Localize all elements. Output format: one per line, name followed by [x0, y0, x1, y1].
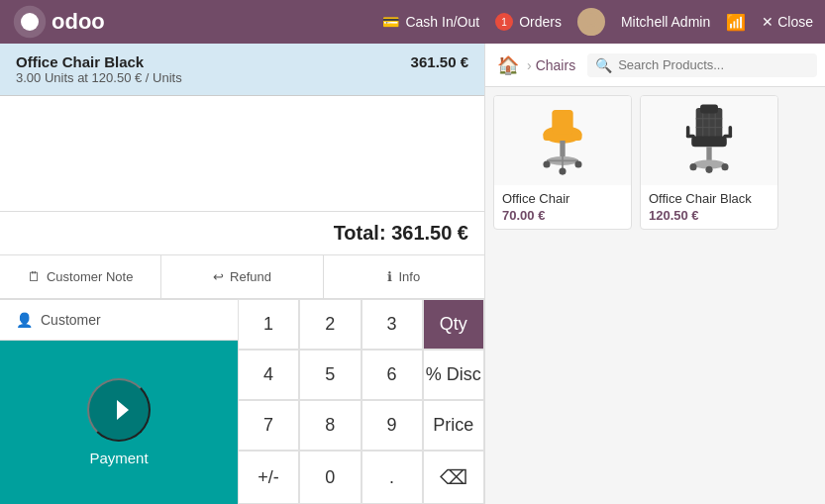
svg-point-3 [581, 26, 601, 36]
svg-rect-25 [729, 126, 733, 138]
logo-text: odoo [52, 9, 105, 35]
search-input[interactable] [618, 57, 809, 72]
svg-point-13 [574, 160, 581, 167]
product-info-office-chair-black: Office Chair Black120.50 € [641, 185, 777, 229]
order-lines: Office Chair Black 361.50 € 3.00 Units a… [0, 44, 484, 211]
numpad-key-0[interactable]: 0 [299, 451, 361, 504]
svg-rect-7 [552, 110, 572, 135]
left-panel: Office Chair Black 361.50 € 3.00 Units a… [0, 44, 485, 504]
topbar: odoo 💳 Cash In/Out 1 Orders Mitchell Adm… [0, 0, 825, 44]
numpad-key-Qty[interactable]: Qty [423, 299, 484, 350]
orders-badge: 1 [495, 13, 513, 31]
product-price-office-chair: 70.00 € [502, 208, 623, 223]
numpad-key-6[interactable]: 6 [361, 350, 423, 400]
numpad-key-_[interactable]: ⌫ [423, 451, 484, 504]
action-buttons: 🗒 Customer Note ↩ Refund ℹ Info [0, 254, 484, 299]
product-price-office-chair-black: 120.50 € [649, 208, 770, 223]
product-name-office-chair-black: Office Chair Black [649, 191, 770, 206]
left-numpad-col: 👤 Customer Payment [0, 299, 238, 504]
svg-point-12 [543, 160, 550, 167]
close-icon: ✕ [762, 14, 773, 30]
numpad-key-8[interactable]: 8 [299, 400, 361, 451]
breadcrumb-separator: › [527, 57, 532, 73]
svg-rect-27 [706, 147, 711, 160]
numpad-key-_[interactable]: . [361, 451, 423, 504]
orders-button[interactable]: 1 Orders [495, 13, 562, 31]
total-value: 361.50 € [391, 222, 468, 244]
numpad-key-1[interactable]: 1 [238, 299, 299, 350]
numpad-key-3[interactable]: 3 [361, 299, 423, 350]
customer-note-button[interactable]: 🗒 Customer Note [0, 255, 161, 298]
cash-in-out-button[interactable]: 💳 Cash In/Out [382, 14, 479, 30]
topbar-actions: 💳 Cash In/Out 1 Orders Mitchell Admin 📶 … [382, 8, 813, 36]
numpad-key-4[interactable]: 4 [238, 350, 299, 400]
refund-button[interactable]: ↩ Refund [161, 255, 323, 298]
svg-point-14 [559, 168, 566, 175]
order-line[interactable]: Office Chair Black 361.50 € 3.00 Units a… [0, 44, 484, 96]
main-content: Office Chair Black 361.50 € 3.00 Units a… [0, 44, 825, 504]
product-card-office-chair-black[interactable]: Office Chair Black120.50 € [640, 95, 778, 230]
order-line-name: Office Chair Black [16, 53, 144, 70]
product-name-office-chair: Office Chair [502, 191, 623, 206]
refund-icon: ↩ [213, 269, 224, 284]
product-card-office-chair[interactable]: Office Chair70.00 € [493, 95, 632, 230]
order-line-header: Office Chair Black 361.50 € [16, 53, 468, 70]
customer-row[interactable]: 👤 Customer [0, 299, 238, 341]
order-line-detail: 3.00 Units at 120.50 € / Units [16, 70, 468, 85]
user-name-button[interactable]: Mitchell Admin [621, 14, 710, 30]
home-button[interactable]: 🏠 [493, 50, 523, 80]
payment-label: Payment [89, 450, 148, 466]
order-total: Total: 361.50 € [0, 211, 484, 254]
search-icon: 🔍 [595, 57, 612, 73]
payment-section: Payment [0, 341, 238, 504]
search-box: 🔍 [587, 53, 817, 77]
home-icon: 🏠 [497, 55, 519, 75]
info-button[interactable]: ℹ Info [324, 255, 484, 298]
numpad-key-7[interactable]: 7 [238, 400, 299, 451]
svg-point-30 [721, 163, 728, 170]
customer-label: Customer [41, 312, 101, 328]
numpad-key-5[interactable]: 5 [299, 350, 361, 400]
note-icon: 🗒 [28, 269, 41, 284]
right-panel: 🏠 › Chairs 🔍 Offic [485, 44, 825, 504]
info-icon: ℹ [387, 269, 392, 284]
right-topbar: 🏠 › Chairs 🔍 [485, 44, 825, 87]
odoo-logo: odoo [12, 4, 105, 40]
numpad: 123Qty456% Disc789Price+/-0.⌫ [238, 299, 484, 504]
product-info-office-chair: Office Chair70.00 € [494, 185, 631, 229]
product-image-office-chair [494, 96, 631, 185]
customer-icon: 👤 [16, 312, 33, 328]
product-image-office-chair-black [641, 96, 777, 185]
numpad-key-__Disc[interactable]: % Disc [423, 350, 484, 400]
category-breadcrumb[interactable]: Chairs [536, 57, 575, 73]
svg-point-2 [585, 13, 597, 25]
numpad-key-2[interactable]: 2 [299, 299, 361, 350]
numpad-area: 👤 Customer Payment 123Qty456% Disc789Pri… [0, 299, 484, 504]
svg-rect-26 [691, 137, 727, 148]
numpad-key-___[interactable]: +/- [238, 451, 299, 504]
avatar [577, 8, 605, 36]
cash-icon: 💳 [382, 14, 399, 30]
svg-point-1 [21, 13, 39, 31]
svg-marker-4 [117, 400, 129, 420]
close-button[interactable]: ✕ Close [762, 14, 813, 30]
order-line-price: 361.50 € [411, 53, 468, 70]
numpad-key-9[interactable]: 9 [361, 400, 423, 451]
payment-button[interactable] [87, 378, 151, 442]
svg-rect-21 [700, 105, 718, 114]
svg-rect-24 [686, 126, 690, 138]
wifi-icon: 📶 [726, 13, 746, 32]
svg-point-31 [705, 166, 712, 173]
numpad-key-Price[interactable]: Price [423, 400, 484, 451]
svg-point-29 [689, 163, 696, 170]
products-grid: Office Chair70.00 € Office C [485, 87, 825, 504]
